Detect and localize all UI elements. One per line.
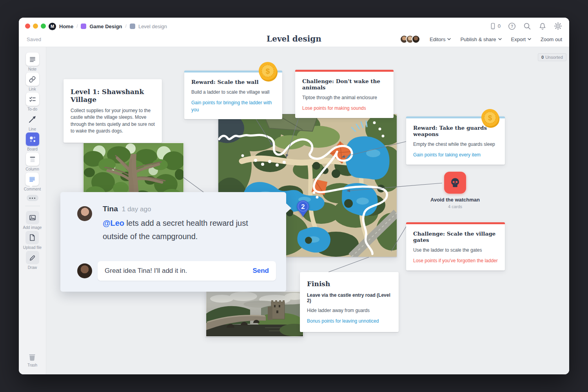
chevron-down-icon: [528, 38, 531, 40]
card-highlight: Gain points for taking every item: [413, 152, 498, 158]
sidebar-item-label: Board: [27, 147, 38, 151]
search-icon: [523, 22, 531, 30]
sidebar-item-column[interactable]: Column: [25, 152, 39, 171]
project-board-icon: [81, 24, 86, 29]
sidebar-item-label: Comment: [24, 187, 41, 191]
export-menu[interactable]: Export: [511, 36, 532, 42]
breadcrumb: M Home / Game Design / Level design: [49, 22, 167, 31]
sidebar-item-label: Link: [29, 87, 36, 91]
close-window-button[interactable]: [25, 24, 30, 29]
line-icon: [26, 113, 39, 126]
note-card-finish[interactable]: Finish Leave via the castle entry road (…: [300, 272, 399, 332]
unsorted-count: 0: [541, 55, 544, 60]
sidebar-item-label: Draw: [28, 265, 37, 270]
skull-icon: [449, 177, 461, 189]
gear-icon: [554, 22, 562, 30]
tool-sidebar: Note Link To-do: [19, 47, 46, 374]
avatar: [77, 206, 92, 221]
editor-avatars[interactable]: [400, 35, 420, 44]
castle-image[interactable]: [206, 291, 303, 337]
avatar: [77, 263, 92, 278]
card-body: Collect supplies for your journey to the…: [71, 107, 155, 135]
add-image-icon: [26, 211, 39, 224]
unsorted-badge[interactable]: 0Unsorted: [538, 53, 566, 61]
sidebar-item-upload-file[interactable]: Upload file: [23, 231, 42, 250]
card-highlight: Gain points for bringing the ladder with…: [191, 100, 275, 113]
sidebar-item-label: Upload file: [23, 245, 42, 250]
notifications-button[interactable]: [539, 22, 546, 30]
avatar: [412, 35, 420, 44]
publish-share-menu[interactable]: Publish & share: [460, 36, 501, 42]
minimize-window-button[interactable]: [33, 24, 38, 29]
link-icon: [26, 73, 39, 86]
help-icon: ?: [508, 22, 516, 30]
sidebar-item-label: Trash: [27, 363, 37, 367]
note-icon: [26, 53, 39, 66]
board-canvas[interactable]: 0Unsorted: [46, 47, 569, 374]
coin-icon: $: [258, 62, 278, 82]
breadcrumb-separator: /: [125, 24, 127, 29]
svg-text:$: $: [488, 114, 492, 122]
editors-menu[interactable]: Editors: [430, 36, 451, 42]
search-button[interactable]: [523, 22, 531, 30]
sidebar-item-link[interactable]: Link: [26, 73, 39, 91]
svg-text:?: ?: [511, 24, 513, 28]
sidebar-item-trash[interactable]: Trash: [27, 352, 37, 367]
zoom-out-button[interactable]: Zoom out: [541, 36, 562, 42]
sidebar-item-draw[interactable]: Draw: [26, 251, 39, 270]
comment-icon: [25, 172, 39, 186]
card-body: Hide ladder away from guards: [307, 307, 392, 314]
sidebar-item-todo[interactable]: To-do: [26, 93, 39, 111]
help-button[interactable]: ?: [508, 22, 516, 30]
map-pin[interactable]: 2: [296, 200, 310, 218]
card-highlight: Lose points if you've forgotten the ladd…: [413, 258, 498, 264]
sidebar-item-label: Line: [29, 127, 36, 131]
note-card-level1[interactable]: Level 1: Shawshank Village Collect suppl…: [64, 79, 162, 143]
milanote-logo-icon[interactable]: M: [49, 23, 56, 30]
editors-label: Editors: [430, 36, 445, 42]
mention-link[interactable]: @Leo: [103, 219, 124, 227]
maximize-window-button[interactable]: [41, 24, 46, 29]
sidebar-item-label: Add image: [23, 225, 42, 230]
breadcrumb-current[interactable]: Level design: [138, 24, 167, 29]
bell-icon: [539, 22, 546, 30]
sidebar-item-board[interactable]: Board: [26, 132, 39, 151]
zoom-out-label: Zoom out: [541, 36, 562, 42]
mobile-device-button[interactable]: 0: [489, 22, 501, 30]
note-card-reward-wall[interactable]: $ Reward: Scale the wall Build a ladder …: [184, 71, 282, 119]
more-tools-button[interactable]: [27, 195, 38, 201]
device-count: 0: [498, 23, 501, 29]
sidebar-item-line[interactable]: Line: [26, 113, 39, 131]
comment-thread[interactable]: Tina1 day ago @Leo lets add a secret hea…: [60, 192, 286, 292]
card-line-bold: Leave via the castle entry road (Level 2…: [307, 292, 392, 303]
svg-text:2: 2: [301, 203, 305, 211]
board-card-watchman[interactable]: [444, 172, 466, 194]
sidebar-item-add-image[interactable]: Add image: [23, 211, 42, 230]
coin-icon: $: [481, 109, 500, 128]
comment-message: @Leo lets add a secret health reward jus…: [103, 216, 267, 243]
phone-icon: [489, 22, 496, 30]
sidebar-item-label: Note: [28, 67, 36, 71]
board-card-title: Avoid the watchman: [418, 197, 492, 203]
chevron-down-icon: [498, 38, 502, 40]
comment-text: lets add a secret health reward just out…: [103, 219, 248, 241]
sidebar-item-note[interactable]: Note: [26, 53, 39, 71]
card-highlight: Lose points for making sounds: [302, 105, 387, 112]
send-button[interactable]: Send: [252, 267, 276, 275]
breadcrumb-home[interactable]: Home: [59, 24, 73, 29]
reply-box: Send: [98, 261, 276, 281]
settings-button[interactable]: [554, 22, 562, 30]
sidebar-item-comment[interactable]: Comment: [24, 172, 41, 191]
header-icons: 0 ?: [489, 22, 562, 30]
header: M Home / Game Design / Level design 0 ?: [19, 18, 569, 47]
card-title: Challenge: Scale the village gates: [413, 230, 498, 243]
note-card-reward-weapons[interactable]: $ Reward: Take the guards weapons Empty …: [406, 116, 505, 165]
window-controls: [25, 24, 46, 29]
header-controls: Editors Publish & share Export Zoom out: [400, 35, 562, 44]
breadcrumb-project[interactable]: Game Design: [89, 24, 122, 29]
reply-input[interactable]: [98, 267, 252, 275]
note-card-challenge-gates[interactable]: Challenge: Scale the village gates Use t…: [406, 222, 505, 270]
unsorted-label: Unsorted: [545, 55, 563, 60]
note-card-challenge-animals[interactable]: Challenge: Don't wake the animals Tiptoe…: [295, 70, 394, 118]
publish-share-label: Publish & share: [460, 36, 496, 42]
